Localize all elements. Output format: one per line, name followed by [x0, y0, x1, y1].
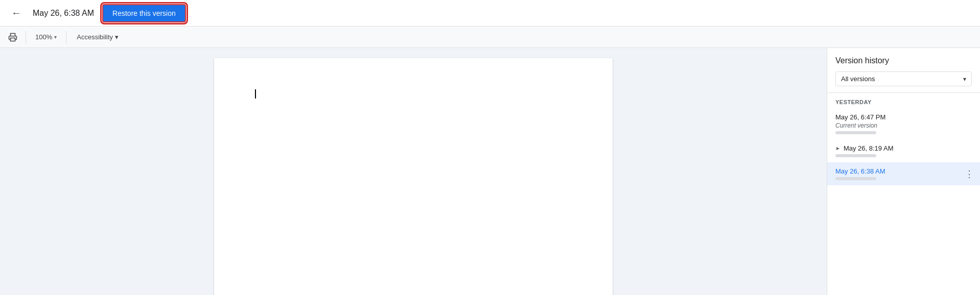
sidebar-title: Version history: [835, 56, 972, 65]
version-time-819am: May 26, 8:19 AM: [844, 144, 894, 152]
version-sub-647pm: Current version: [835, 122, 972, 129]
more-options-icon-638am[interactable]: ⋮: [965, 168, 974, 180]
document-version-title: May 26, 6:38 AM: [33, 9, 94, 18]
document-area: [0, 48, 827, 295]
svg-rect-0: [11, 38, 15, 41]
restore-version-button[interactable]: Restore this version: [102, 4, 186, 22]
sidebar-header: Version history All versions ▾: [827, 48, 980, 93]
back-button[interactable]: ←: [8, 5, 25, 21]
versions-filter-dropdown[interactable]: All versions ▾: [835, 71, 972, 86]
version-user-bar-638am: [835, 177, 876, 180]
version-time-647pm: May 26, 6:47 PM: [835, 113, 972, 121]
accessibility-label: Accessibility: [77, 33, 113, 41]
main-area: Version history All versions ▾ YESTERDAY…: [0, 48, 980, 295]
toolbar-divider-2: [66, 31, 66, 43]
version-item-819am[interactable]: ► May 26, 8:19 AM: [827, 139, 980, 162]
filter-label: All versions: [841, 75, 875, 83]
version-user-bar-647pm: [835, 131, 876, 134]
toolbar-divider-1: [26, 31, 26, 43]
filter-dropdown-arrow: ▾: [963, 76, 966, 83]
accessibility-menu[interactable]: Accessibility ▾: [73, 31, 123, 43]
version-item-638am[interactable]: May 26, 6:38 AM ⋮: [827, 162, 980, 185]
version-user-bar-819am: [835, 154, 876, 157]
zoom-dropdown-arrow: ▾: [54, 34, 57, 40]
header-bar: ← May 26, 6:38 AM Restore this version: [0, 0, 980, 27]
version-item-647pm[interactable]: May 26, 6:47 PM Current version: [827, 108, 980, 139]
expand-icon-819am: ►: [835, 145, 841, 151]
version-expand-btn-819am[interactable]: ► May 26, 8:19 AM: [835, 144, 972, 152]
zoom-control[interactable]: 100% ▾: [32, 31, 60, 43]
accessibility-dropdown-arrow: ▾: [115, 33, 119, 41]
version-sidebar: Version history All versions ▾ YESTERDAY…: [827, 48, 980, 295]
text-cursor: [255, 89, 256, 99]
version-time-638am: May 26, 6:38 AM: [835, 167, 972, 175]
print-button[interactable]: [6, 31, 19, 44]
document-page: [214, 58, 613, 295]
version-list: YESTERDAY May 26, 6:47 PM Current versio…: [827, 93, 980, 295]
toolbar: 100% ▾ Accessibility ▾: [0, 27, 980, 48]
zoom-value: 100%: [35, 33, 52, 41]
date-group-label-yesterday: YESTERDAY: [827, 93, 980, 108]
